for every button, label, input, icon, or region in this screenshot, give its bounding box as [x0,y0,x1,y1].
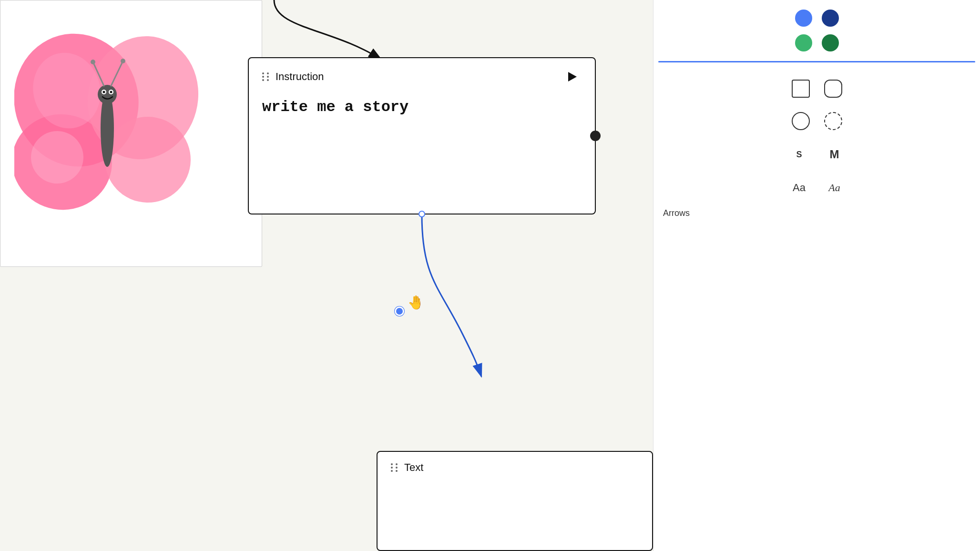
drag-dot [396,467,398,469]
cursor-hand: 🤚 [408,295,424,310]
canvas: Instruction write me a story 🤚 [0,0,653,551]
size-row: S M [786,142,847,167]
square-shape-icon [792,80,810,98]
size-m-label: M [830,148,839,161]
drag-dot [391,463,393,465]
arrows-label: Arrows [658,208,690,218]
butterfly-image [14,24,200,224]
font-row: Aa Aa [786,175,847,201]
drag-dot [262,76,264,78]
svg-point-11 [110,91,112,93]
svg-point-7 [98,85,117,104]
size-s-label: S [796,150,802,160]
drag-dot [262,79,264,81]
right-panel: S M Aa Aa Arrows [653,0,980,551]
card-header-left: Instruction [262,71,324,83]
shape-square-rounded-button[interactable] [820,76,846,102]
panel-accent-line [658,61,975,62]
arrow-drag-point[interactable] [395,306,404,316]
card-title: Instruction [276,71,324,83]
drag-dot [391,470,393,472]
font-sans-button[interactable]: Aa [786,175,812,201]
drag-dot [267,76,269,78]
instruction-text[interactable]: write me a story [262,97,582,117]
text-card-title: Text [404,461,423,474]
svg-point-13 [91,60,95,64]
text-card-header: Text [391,461,639,474]
connection-dot[interactable] [419,211,425,217]
drag-dot [267,79,269,81]
font-serif-label: Aa [828,182,840,194]
color-row-1 [795,10,839,27]
text-card-drag-handle[interactable] [391,463,398,472]
drag-dot [396,463,398,465]
instruction-card[interactable]: Instruction write me a story [248,57,596,214]
shape-circle-dashed-button[interactable] [820,108,846,134]
color-row-2 [795,34,839,51]
play-icon [568,72,577,82]
color-swatch-blue[interactable] [795,10,812,27]
rounded-square-shape-icon [824,80,842,98]
drag-dot [267,72,269,74]
play-button[interactable] [563,68,582,86]
text-card-header-left: Text [391,461,423,474]
drag-dot [396,470,398,472]
drag-dot [262,72,264,74]
color-swatch-green[interactable] [795,34,812,51]
shape-square-button[interactable] [788,76,814,102]
color-swatch-dark-blue[interactable] [822,10,839,27]
card-header: Instruction [262,68,582,86]
right-edge-handle[interactable] [590,131,601,141]
drag-handle[interactable] [262,72,270,81]
color-swatch-dark-green[interactable] [822,34,839,51]
svg-point-15 [121,59,125,63]
font-sans-label: Aa [793,182,806,194]
font-serif-button[interactable]: Aa [822,175,847,201]
svg-point-10 [103,91,105,93]
shape-circle-button[interactable] [788,108,814,134]
drag-dot [391,467,393,469]
text-card[interactable]: Text [377,451,653,551]
size-m-button[interactable]: M [822,142,847,167]
size-s-button[interactable]: S [786,142,812,167]
dashed-circle-shape-icon [824,112,842,130]
circle-shape-icon [792,112,810,130]
shape-grid [788,76,846,134]
